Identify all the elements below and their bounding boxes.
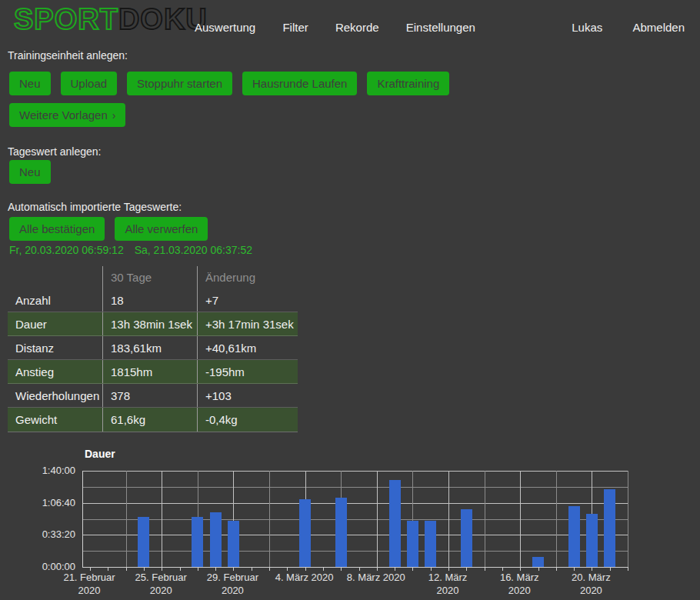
training-section-label: Trainingseinheit anlegen: <box>8 49 128 62</box>
chart-bar[interactable] <box>407 521 418 567</box>
grid-line-v <box>485 471 485 567</box>
button-neu-tageswert[interactable]: Neu <box>9 160 51 184</box>
button-krafttraining[interactable]: Krafttraining <box>367 72 449 95</box>
button-alle-verwerfen[interactable]: Alle verwerfen <box>115 217 208 241</box>
x-axis-label: 29. Februar2020 <box>207 571 258 597</box>
x-axis-label: 4. März 2020 <box>275 571 334 584</box>
import-entry-link[interactable]: Sa, 21.03.2020 06:37:52 <box>135 244 252 256</box>
row-change: +103 <box>197 384 298 407</box>
chart-bar[interactable] <box>228 521 239 567</box>
chart-bar[interactable] <box>192 517 203 567</box>
x-axis-label: 8. März 2020 <box>347 571 405 584</box>
import-entry-link[interactable]: Fr, 20.03.2020 06:59:12 <box>9 244 124 256</box>
row-label: Wiederholungen <box>8 384 102 407</box>
stats-table-header: 30 Tage Änderung <box>8 266 298 288</box>
grid-line-v <box>556 471 557 567</box>
chart-title: Dauer <box>85 448 115 460</box>
table-row: Anstieg 1815hm -195hm <box>8 360 298 384</box>
row-change: -0,4kg <box>197 408 298 432</box>
sportdoku-app: SPORTDOKU Auswertung Filter Rekorde Eins… <box>0 0 700 600</box>
x-axis-tick <box>485 567 485 571</box>
row-label: Gewicht <box>8 408 102 432</box>
x-axis-label: 20. März2020 <box>572 571 611 597</box>
row-value: 18 <box>102 288 197 312</box>
table-row: Dauer 13h 38min 1sek +3h 17min 31sek <box>8 312 298 336</box>
header-cell-aenderung: Änderung <box>197 266 298 288</box>
x-axis-label: 16. März2020 <box>500 571 539 597</box>
button-hausrunde-laufen[interactable]: Hausrunde Laufen <box>242 72 357 95</box>
row-value: 61,6kg <box>102 408 197 432</box>
more-templates-row: Weitere Vorlagen› <box>9 103 125 127</box>
row-value: 13h 38min 1sek <box>102 312 197 335</box>
grid-line-h <box>83 503 628 504</box>
row-value: 378 <box>102 384 197 407</box>
button-weitere-vorlagen[interactable]: Weitere Vorlagen› <box>9 103 125 127</box>
nav-item-auswertung[interactable]: Auswertung <box>195 21 255 34</box>
stats-table: 30 Tage Änderung Anzahl 18 +7 Dauer 13h … <box>8 266 298 432</box>
x-axis-tick <box>341 567 342 571</box>
chart-bar[interactable] <box>335 498 347 567</box>
chart-bar[interactable] <box>586 514 598 567</box>
row-change: +3h 17min 31sek <box>197 312 298 335</box>
chevron-right-icon: › <box>112 109 116 122</box>
button-weitere-vorlagen-label: Weitere Vorlagen <box>19 108 108 122</box>
y-axis-label: 0:33:20 <box>0 528 75 540</box>
grid-line-h <box>83 471 628 472</box>
chart-bar[interactable] <box>389 480 401 567</box>
logo-sport-text: SPORT <box>14 3 118 35</box>
chart-bar[interactable] <box>532 557 544 567</box>
training-button-row: Neu Upload Stoppuhr starten Hausrunde La… <box>9 72 449 95</box>
header-cell-empty <box>8 266 102 288</box>
chart-bar[interactable] <box>568 506 580 567</box>
chart-bar[interactable] <box>210 512 222 567</box>
chart-bar[interactable] <box>425 521 436 567</box>
grid-line-v <box>162 471 162 567</box>
grid-line-h <box>83 519 628 520</box>
button-upload[interactable]: Upload <box>61 72 118 95</box>
table-row: Wiederholungen 378 +103 <box>8 384 298 408</box>
row-change: -195hm <box>197 360 298 383</box>
grid-line-v <box>269 471 270 567</box>
x-axis-tick <box>126 567 127 571</box>
daily-section-label: Tageswert anlegen: <box>8 145 101 158</box>
row-label: Anzahl <box>8 288 102 312</box>
chart-bar[interactable] <box>138 517 149 567</box>
chart-bar[interactable] <box>461 509 472 567</box>
button-neu[interactable]: Neu <box>9 72 51 95</box>
grid-line-v <box>448 471 449 567</box>
row-value: 1815hm <box>102 360 197 383</box>
import-button-row: Alle bestätigen Alle verwerfen <box>9 217 208 241</box>
logout-link[interactable]: Abmelden <box>632 21 685 34</box>
daily-button-row: Neu <box>9 160 51 184</box>
nav-item-rekorde[interactable]: Rekorde <box>335 21 379 34</box>
nav-item-filter[interactable]: Filter <box>282 21 308 34</box>
header-cell-30-tage: 30 Tage <box>102 266 197 288</box>
x-axis-label: 25. Februar2020 <box>135 571 187 597</box>
row-label: Anstieg <box>8 360 102 383</box>
row-label: Distanz <box>8 336 102 359</box>
nav-item-einstellungen[interactable]: Einstellungen <box>406 21 475 34</box>
x-axis-tick <box>556 567 557 571</box>
grid-line-v <box>126 471 127 567</box>
button-stoppuhr-starten[interactable]: Stoppuhr starten <box>127 72 232 95</box>
chart-bar[interactable] <box>299 499 311 567</box>
x-axis-tick <box>412 567 413 571</box>
grid-line-h <box>83 535 628 535</box>
row-label: Dauer <box>8 312 102 335</box>
grid-line-v <box>377 471 378 567</box>
import-section-label: Automatisch importierte Tageswerte: <box>8 201 182 213</box>
chart-bar[interactable] <box>604 489 615 567</box>
button-alle-bestaetigen[interactable]: Alle bestätigen <box>9 217 105 241</box>
row-change: +7 <box>197 288 298 312</box>
grid-line-v <box>520 471 521 567</box>
table-row: Distanz 183,61km +40,61km <box>8 336 298 360</box>
app-logo[interactable]: SPORTDOKU <box>14 3 208 36</box>
x-axis-label: 12. März2020 <box>428 571 468 597</box>
user-name-link[interactable]: Lukas <box>572 21 602 34</box>
chart-plot-area <box>82 471 628 568</box>
grid-line-h <box>83 487 628 488</box>
x-axis-label: 21. Februar2020 <box>63 571 115 597</box>
table-row: Anzahl 18 +7 <box>8 288 298 312</box>
x-axis-tick <box>628 567 628 571</box>
x-axis-tick <box>198 567 198 571</box>
